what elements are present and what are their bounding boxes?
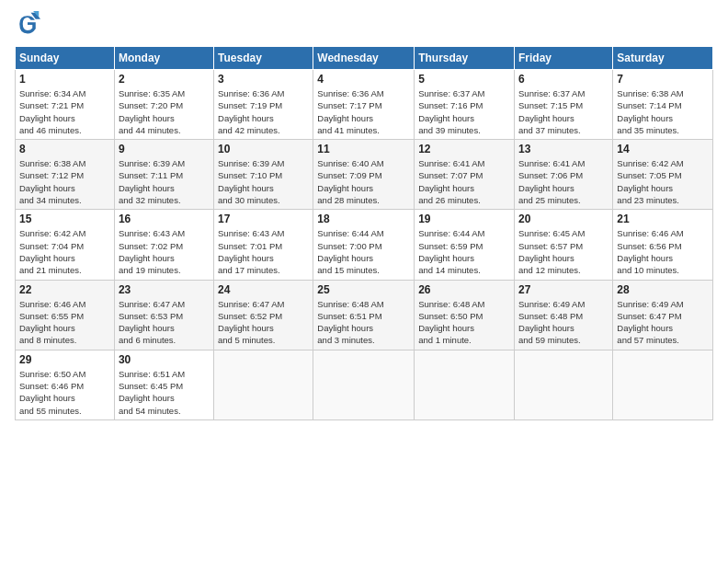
- day-info: Sunrise: 6:50 AMSunset: 6:46 PMDaylight …: [19, 369, 85, 416]
- day-info: Sunrise: 6:38 AMSunset: 7:12 PMDaylight …: [19, 158, 85, 205]
- day-number: 7: [617, 73, 709, 86]
- calendar-cell: 20Sunrise: 6:45 AMSunset: 6:57 PMDayligh…: [515, 210, 613, 280]
- day-number: 9: [119, 143, 210, 155]
- day-number: 12: [418, 143, 510, 155]
- day-number: 29: [19, 353, 110, 366]
- header-monday: Monday: [114, 47, 213, 70]
- header-wednesday: Wednesday: [313, 47, 415, 70]
- day-info: Sunrise: 6:42 AMSunset: 7:04 PMDaylight …: [19, 228, 85, 275]
- header-tuesday: Tuesday: [214, 47, 313, 70]
- calendar-cell: 22Sunrise: 6:46 AMSunset: 6:55 PMDayligh…: [16, 280, 115, 350]
- day-number: 1: [19, 73, 110, 86]
- calendar-cell: 26Sunrise: 6:48 AMSunset: 6:50 PMDayligh…: [415, 280, 515, 350]
- page: Sunday Monday Tuesday Wednesday Thursday…: [0, 0, 728, 563]
- day-number: 15: [19, 213, 110, 225]
- calendar-cell: [415, 350, 515, 419]
- calendar-cell: 13Sunrise: 6:41 AMSunset: 7:06 PMDayligh…: [515, 140, 613, 210]
- header-friday: Friday: [515, 47, 613, 70]
- day-info: Sunrise: 6:48 AMSunset: 6:50 PMDaylight …: [418, 299, 484, 346]
- calendar-row: 15Sunrise: 6:42 AMSunset: 7:04 PMDayligh…: [16, 210, 713, 280]
- day-info: Sunrise: 6:49 AMSunset: 6:47 PMDaylight …: [617, 299, 683, 346]
- calendar-row: 22Sunrise: 6:46 AMSunset: 6:55 PMDayligh…: [16, 280, 713, 350]
- calendar-row: 1Sunrise: 6:34 AMSunset: 7:21 PMDaylight…: [16, 70, 713, 140]
- calendar-cell: 23Sunrise: 6:47 AMSunset: 6:53 PMDayligh…: [114, 280, 213, 350]
- day-info: Sunrise: 6:44 AMSunset: 6:59 PMDaylight …: [418, 228, 484, 275]
- day-info: Sunrise: 6:46 AMSunset: 6:56 PMDaylight …: [617, 228, 683, 275]
- day-number: 21: [617, 213, 709, 225]
- day-number: 16: [119, 213, 210, 225]
- day-info: Sunrise: 6:37 AMSunset: 7:16 PMDaylight …: [418, 88, 484, 135]
- calendar-cell: 18Sunrise: 6:44 AMSunset: 7:00 PMDayligh…: [313, 210, 415, 280]
- day-number: 24: [218, 283, 309, 296]
- day-info: Sunrise: 6:48 AMSunset: 6:51 PMDaylight …: [317, 299, 383, 346]
- day-info: Sunrise: 6:43 AMSunset: 7:02 PMDaylight …: [119, 228, 185, 275]
- day-info: Sunrise: 6:49 AMSunset: 6:48 PMDaylight …: [518, 299, 585, 346]
- header-sunday: Sunday: [16, 47, 115, 70]
- day-info: Sunrise: 6:35 AMSunset: 7:20 PMDaylight …: [119, 88, 185, 135]
- calendar-cell: 5Sunrise: 6:37 AMSunset: 7:16 PMDaylight…: [415, 70, 515, 140]
- day-number: 4: [317, 73, 410, 86]
- calendar-cell: 10Sunrise: 6:39 AMSunset: 7:10 PMDayligh…: [214, 140, 313, 210]
- header-saturday: Saturday: [613, 47, 713, 70]
- day-number: 8: [19, 143, 110, 155]
- day-number: 17: [218, 213, 309, 225]
- day-number: 13: [518, 143, 609, 155]
- calendar: Sunday Monday Tuesday Wednesday Thursday…: [15, 46, 713, 420]
- calendar-cell: 14Sunrise: 6:42 AMSunset: 7:05 PMDayligh…: [613, 140, 713, 210]
- calendar-cell: 15Sunrise: 6:42 AMSunset: 7:04 PMDayligh…: [16, 210, 115, 280]
- calendar-row: 8Sunrise: 6:38 AMSunset: 7:12 PMDaylight…: [16, 140, 713, 210]
- day-info: Sunrise: 6:41 AMSunset: 7:07 PMDaylight …: [418, 158, 484, 205]
- calendar-cell: 12Sunrise: 6:41 AMSunset: 7:07 PMDayligh…: [415, 140, 515, 210]
- calendar-cell: 24Sunrise: 6:47 AMSunset: 6:52 PMDayligh…: [214, 280, 313, 350]
- logo: [15, 11, 44, 37]
- day-info: Sunrise: 6:42 AMSunset: 7:05 PMDaylight …: [617, 158, 683, 205]
- day-info: Sunrise: 6:47 AMSunset: 6:52 PMDaylight …: [218, 299, 284, 346]
- calendar-cell: 27Sunrise: 6:49 AMSunset: 6:48 PMDayligh…: [515, 280, 613, 350]
- weekday-header-row: Sunday Monday Tuesday Wednesday Thursday…: [16, 47, 713, 70]
- calendar-cell: 9Sunrise: 6:39 AMSunset: 7:11 PMDaylight…: [114, 140, 213, 210]
- day-number: 22: [19, 283, 110, 296]
- day-info: Sunrise: 6:43 AMSunset: 7:01 PMDaylight …: [218, 228, 284, 275]
- day-number: 23: [119, 283, 210, 296]
- calendar-cell: 8Sunrise: 6:38 AMSunset: 7:12 PMDaylight…: [16, 140, 115, 210]
- calendar-cell: 4Sunrise: 6:36 AMSunset: 7:17 PMDaylight…: [313, 70, 415, 140]
- calendar-cell: 19Sunrise: 6:44 AMSunset: 6:59 PMDayligh…: [415, 210, 515, 280]
- day-info: Sunrise: 6:41 AMSunset: 7:06 PMDaylight …: [518, 158, 585, 205]
- day-info: Sunrise: 6:46 AMSunset: 6:55 PMDaylight …: [19, 299, 85, 346]
- calendar-cell: [613, 350, 713, 419]
- day-info: Sunrise: 6:39 AMSunset: 7:10 PMDaylight …: [218, 158, 284, 205]
- day-number: 14: [617, 143, 709, 155]
- day-number: 5: [418, 73, 510, 86]
- calendar-cell: [515, 350, 613, 419]
- calendar-cell: 6Sunrise: 6:37 AMSunset: 7:15 PMDaylight…: [515, 70, 613, 140]
- day-info: Sunrise: 6:44 AMSunset: 7:00 PMDaylight …: [317, 228, 383, 275]
- day-number: 27: [518, 283, 609, 296]
- day-number: 3: [218, 73, 309, 86]
- day-number: 18: [317, 213, 410, 225]
- day-number: 2: [119, 73, 210, 86]
- calendar-cell: 21Sunrise: 6:46 AMSunset: 6:56 PMDayligh…: [613, 210, 713, 280]
- day-info: Sunrise: 6:36 AMSunset: 7:19 PMDaylight …: [218, 88, 284, 135]
- day-number: 11: [317, 143, 410, 155]
- day-number: 26: [418, 283, 510, 296]
- day-number: 25: [317, 283, 410, 296]
- day-number: 10: [218, 143, 309, 155]
- day-number: 20: [518, 213, 609, 225]
- day-number: 30: [119, 353, 210, 366]
- calendar-cell: 25Sunrise: 6:48 AMSunset: 6:51 PMDayligh…: [313, 280, 415, 350]
- header-thursday: Thursday: [415, 47, 515, 70]
- day-info: Sunrise: 6:38 AMSunset: 7:14 PMDaylight …: [617, 88, 683, 135]
- calendar-cell: 16Sunrise: 6:43 AMSunset: 7:02 PMDayligh…: [114, 210, 213, 280]
- calendar-cell: 3Sunrise: 6:36 AMSunset: 7:19 PMDaylight…: [214, 70, 313, 140]
- calendar-cell: [214, 350, 313, 419]
- logo-icon: [15, 11, 40, 37]
- day-number: 28: [617, 283, 709, 296]
- day-info: Sunrise: 6:37 AMSunset: 7:15 PMDaylight …: [518, 88, 585, 135]
- calendar-row: 29Sunrise: 6:50 AMSunset: 6:46 PMDayligh…: [16, 350, 713, 419]
- calendar-cell: [313, 350, 415, 419]
- calendar-cell: 7Sunrise: 6:38 AMSunset: 7:14 PMDaylight…: [613, 70, 713, 140]
- calendar-cell: 11Sunrise: 6:40 AMSunset: 7:09 PMDayligh…: [313, 140, 415, 210]
- day-info: Sunrise: 6:40 AMSunset: 7:09 PMDaylight …: [317, 158, 383, 205]
- day-info: Sunrise: 6:39 AMSunset: 7:11 PMDaylight …: [119, 158, 185, 205]
- calendar-cell: 17Sunrise: 6:43 AMSunset: 7:01 PMDayligh…: [214, 210, 313, 280]
